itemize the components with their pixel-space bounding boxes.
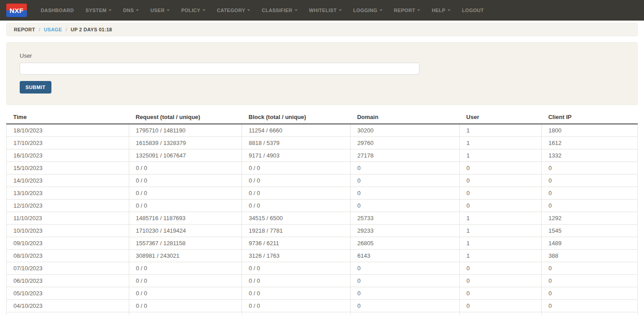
table-cell: 0 / 0 xyxy=(129,312,242,315)
chevron-down-icon xyxy=(417,9,420,11)
table-cell: 1 xyxy=(460,149,542,162)
submit-button[interactable]: SUBMIT xyxy=(20,81,51,94)
table-cell: 0 / 0 xyxy=(129,162,242,175)
table-cell: 0 xyxy=(350,300,459,312)
table-row: 12/10/20230 / 00 / 0000 xyxy=(7,200,638,212)
nav-item-label: USER xyxy=(150,8,165,13)
table-cell: 07/10/2023 xyxy=(7,262,129,275)
table-cell: 0 xyxy=(542,275,638,287)
chevron-down-icon xyxy=(167,9,169,11)
column-header-user: User xyxy=(460,111,542,124)
nav-item-report[interactable]: REPORT xyxy=(388,0,426,21)
nav-menu: DASHBOARDSYSTEMDNSUSERPOLICYCATEGORYCLAS… xyxy=(35,0,490,21)
nav-item-label: LOGOUT xyxy=(462,8,484,13)
table-cell: 17/10/2023 xyxy=(7,137,129,149)
chevron-down-icon xyxy=(203,9,205,11)
table-cell: 0 xyxy=(542,187,638,200)
usage-table-head: TimeRequest (total / unique)Block (total… xyxy=(7,111,638,124)
table-cell: 04/10/2023 xyxy=(7,300,129,312)
nav-item-whitelist[interactable]: WHITELIST xyxy=(303,0,347,21)
nav-item-classifier[interactable]: CLASSIFIER xyxy=(256,0,303,21)
breadcrumb-item-usage[interactable]: USAGE xyxy=(44,27,62,32)
table-cell: 0 xyxy=(350,275,459,287)
table-cell: 0 / 0 xyxy=(242,312,351,315)
table-cell: 18/10/2023 xyxy=(7,124,129,137)
table-cell: 0 / 0 xyxy=(242,275,351,287)
table-row: 14/10/20230 / 00 / 0000 xyxy=(7,175,638,187)
filter-panel: User SUBMIT xyxy=(6,42,638,105)
nav-item-label: CATEGORY xyxy=(217,8,246,13)
table-cell: 0 xyxy=(542,200,638,212)
column-header-time: Time xyxy=(7,111,129,124)
table-cell: 308981 / 243021 xyxy=(129,250,242,262)
table-cell: 03/10/2023 xyxy=(7,312,129,315)
nav-item-user[interactable]: USER xyxy=(144,0,175,21)
nav-item-logging[interactable]: LOGGING xyxy=(347,0,388,21)
column-header-domain: Domain xyxy=(350,111,459,124)
table-cell: 0 / 0 xyxy=(242,175,351,187)
usage-table-body: 18/10/20231795710 / 148119011254 / 66603… xyxy=(7,124,638,315)
table-cell: 0 xyxy=(542,312,638,315)
table-cell: 1795710 / 1481190 xyxy=(129,124,242,137)
table-row: 18/10/20231795710 / 148119011254 / 66603… xyxy=(7,124,638,137)
nav-item-policy[interactable]: POLICY xyxy=(175,0,211,21)
table-cell: 0 / 0 xyxy=(129,175,242,187)
app-logo[interactable]: NXF xyxy=(6,4,27,17)
table-cell: 29760 xyxy=(350,137,459,149)
table-cell: 0 / 0 xyxy=(242,162,351,175)
table-cell: 1 xyxy=(460,124,542,137)
table-row: 07/10/20230 / 00 / 0000 xyxy=(7,262,638,275)
nav-item-help[interactable]: HELP xyxy=(426,0,456,21)
table-row: 16/10/20231325091 / 10676479171 / 490327… xyxy=(7,149,638,162)
user-input[interactable] xyxy=(20,63,419,75)
table-cell: 0 xyxy=(460,175,542,187)
table-cell: 11254 / 6660 xyxy=(242,124,351,137)
table-row: 08/10/2023308981 / 2430213126 / 17636143… xyxy=(7,250,638,262)
nav-item-label: DASHBOARD xyxy=(41,8,74,13)
table-cell: 0 xyxy=(542,262,638,275)
column-header-block-total-unique-: Block (total / unique) xyxy=(242,111,351,124)
table-cell: 11/10/2023 xyxy=(7,212,129,225)
nav-item-label: LOGGING xyxy=(353,8,377,13)
user-field-label: User xyxy=(20,52,624,59)
breadcrumb-separator: / xyxy=(39,27,40,32)
nav-item-system[interactable]: SYSTEM xyxy=(80,0,117,21)
table-cell: 1 xyxy=(460,212,542,225)
table-cell: 0 xyxy=(460,162,542,175)
column-header-client-ip: Client IP xyxy=(542,111,638,124)
table-cell: 16/10/2023 xyxy=(7,149,129,162)
table-cell: 26805 xyxy=(350,237,459,250)
table-cell: 0 xyxy=(350,262,459,275)
nav-item-logout[interactable]: LOGOUT xyxy=(456,0,490,21)
nav-item-label: POLICY xyxy=(181,8,200,13)
chevron-down-icon xyxy=(339,9,342,11)
table-cell: 0 xyxy=(460,312,542,315)
nav-item-dns[interactable]: DNS xyxy=(117,0,144,21)
table-cell: 0 / 0 xyxy=(242,200,351,212)
table-cell: 1 xyxy=(460,237,542,250)
table-cell: 0 / 0 xyxy=(242,187,351,200)
table-cell: 0 xyxy=(350,175,459,187)
table-row: 10/10/20231710230 / 141942419218 / 77812… xyxy=(7,225,638,237)
table-cell: 08/10/2023 xyxy=(7,250,129,262)
table-cell: 0 xyxy=(350,187,459,200)
breadcrumb-separator: / xyxy=(66,27,67,32)
table-cell: 29233 xyxy=(350,225,459,237)
nav-item-label: DNS xyxy=(123,8,134,13)
table-cell: 9736 / 6211 xyxy=(242,237,351,250)
table-cell: 1557367 / 1281158 xyxy=(129,237,242,250)
nav-item-dashboard[interactable]: DASHBOARD xyxy=(35,0,80,21)
breadcrumb-item-up-2-days-01-18: UP 2 DAYS 01:18 xyxy=(71,27,112,32)
usage-table-header-row: TimeRequest (total / unique)Block (total… xyxy=(7,111,638,124)
table-cell: 13/10/2023 xyxy=(7,187,129,200)
table-cell: 30200 xyxy=(350,124,459,137)
nav-item-category[interactable]: CATEGORY xyxy=(211,0,256,21)
table-cell: 0 xyxy=(460,262,542,275)
table-cell: 09/10/2023 xyxy=(7,237,129,250)
table-cell: 1485716 / 1187693 xyxy=(129,212,242,225)
table-cell: 0 / 0 xyxy=(242,262,351,275)
table-row: 06/10/20230 / 00 / 0000 xyxy=(7,275,638,287)
table-cell: 1612 xyxy=(542,137,638,149)
table-cell: 0 xyxy=(350,287,459,300)
usage-table: TimeRequest (total / unique)Block (total… xyxy=(6,111,638,315)
